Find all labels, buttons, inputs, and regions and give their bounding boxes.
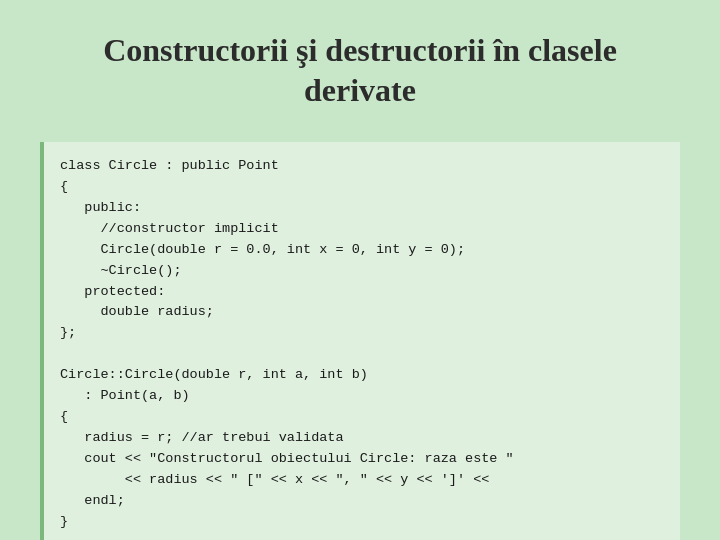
- code-content-area: class Circle : public Point { public: //…: [40, 142, 680, 540]
- slide-title: Constructorii şi destructorii în clasele…: [40, 30, 680, 110]
- title-line1: Constructorii şi destructorii în clasele: [103, 32, 617, 68]
- title-area: Constructorii şi destructorii în clasele…: [40, 30, 680, 110]
- slide-container: Constructorii şi destructorii în clasele…: [0, 0, 720, 540]
- code-block: class Circle : public Point { public: //…: [60, 156, 664, 533]
- title-line2: derivate: [304, 72, 416, 108]
